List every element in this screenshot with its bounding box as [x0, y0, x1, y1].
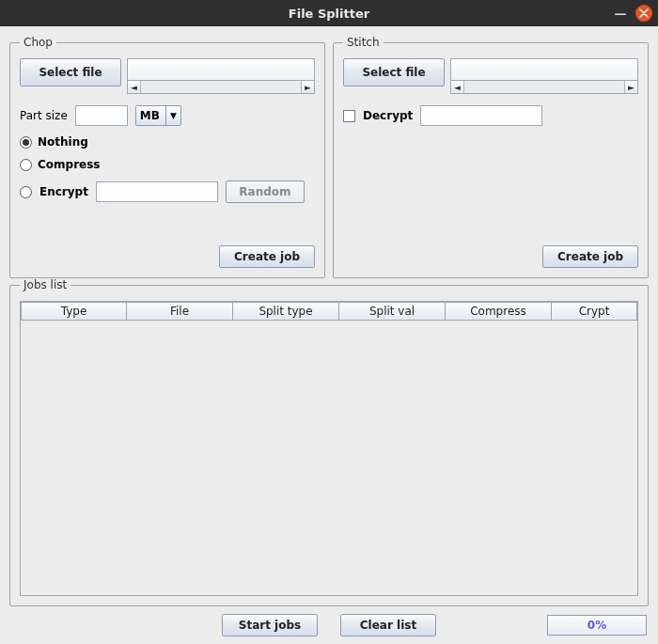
part-size-input[interactable]	[75, 105, 128, 126]
option-nothing-label: Nothing	[38, 135, 88, 149]
col-split-type[interactable]: Split type	[233, 302, 339, 321]
part-size-label: Part size	[20, 109, 68, 122]
chop-path-scrollbar[interactable]: ◄ ►	[127, 81, 315, 94]
option-nothing-radio[interactable]	[20, 136, 32, 149]
option-compress-label: Compress	[38, 158, 101, 171]
minimize-icon[interactable]: —	[613, 6, 628, 21]
col-split-val[interactable]: Split val	[339, 302, 446, 321]
random-button[interactable]: Random	[226, 181, 305, 203]
stitch-group: Stitch Select file ◄ ► Decrypt Create jo…	[333, 36, 649, 278]
footer-bar: Start jobs Clear list 0%	[9, 606, 649, 636]
option-encrypt-label: Encrypt	[39, 185, 88, 198]
decrypt-label: Decrypt	[363, 109, 413, 122]
scroll-right-icon[interactable]: ►	[301, 81, 314, 93]
stitch-path-scrollbar[interactable]: ◄ ►	[450, 81, 638, 94]
scroll-left-icon[interactable]: ◄	[451, 81, 464, 93]
option-compress-radio[interactable]	[20, 159, 32, 171]
encrypt-key-input[interactable]	[96, 181, 218, 202]
option-encrypt-radio[interactable]	[20, 186, 32, 198]
chop-legend: Chop	[20, 36, 56, 49]
jobs-table: Type File Split type Split val Compress …	[20, 301, 638, 596]
part-size-unit-value: MB	[136, 106, 165, 125]
stitch-create-job-button[interactable]: Create job	[542, 245, 638, 268]
scroll-right-icon[interactable]: ►	[624, 81, 637, 93]
col-compress[interactable]: Compress	[446, 302, 552, 321]
col-file[interactable]: File	[127, 302, 233, 321]
col-type[interactable]: Type	[21, 302, 127, 321]
decrypt-checkbox[interactable]	[343, 110, 355, 122]
titlebar: File Splitter —	[0, 0, 658, 26]
stitch-select-file-button[interactable]: Select file	[343, 58, 445, 86]
jobs-table-body	[21, 321, 637, 595]
jobs-list-group: Jobs list Type File Split type Split val…	[9, 278, 649, 606]
progress-indicator: 0%	[547, 615, 647, 636]
jobs-table-header: Type File Split type Split val Compress …	[21, 302, 637, 321]
chop-file-path-input[interactable]	[127, 58, 315, 81]
window-title: File Splitter	[289, 7, 369, 21]
chop-select-file-button[interactable]: Select file	[20, 58, 121, 86]
stitch-legend: Stitch	[343, 36, 384, 49]
col-crypt[interactable]: Crypt	[552, 302, 637, 321]
scroll-left-icon[interactable]: ◄	[128, 81, 141, 93]
jobs-list-legend: Jobs list	[20, 278, 70, 291]
clear-list-button[interactable]: Clear list	[340, 614, 436, 636]
chop-group: Chop Select file ◄ ► Part size MB ▼	[9, 36, 325, 278]
close-icon[interactable]	[635, 5, 652, 22]
stitch-file-path-input[interactable]	[450, 58, 638, 81]
chop-create-job-button[interactable]: Create job	[219, 245, 315, 268]
chevron-down-icon[interactable]: ▼	[165, 106, 180, 125]
decrypt-key-input[interactable]	[420, 105, 542, 126]
start-jobs-button[interactable]: Start jobs	[222, 614, 318, 636]
part-size-unit-combo[interactable]: MB ▼	[135, 105, 181, 126]
